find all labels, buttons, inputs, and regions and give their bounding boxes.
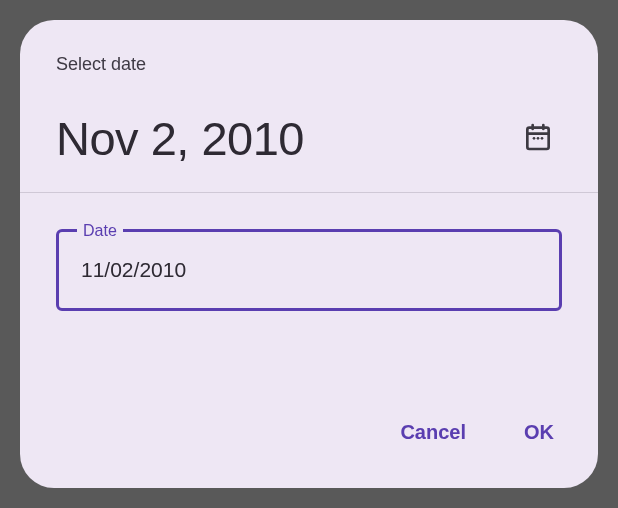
text-field-label: Date <box>77 222 123 240</box>
selected-date-headline: Nov 2, 2010 <box>56 111 304 166</box>
toggle-calendar-button[interactable] <box>514 115 562 163</box>
input-area: Date <box>20 193 598 411</box>
date-text-field: Date <box>56 229 562 311</box>
text-field-outline: Date <box>56 229 562 311</box>
headline-row: Nov 2, 2010 <box>56 111 562 166</box>
dialog-header: Select date Nov 2, 2010 <box>20 20 598 193</box>
calendar-icon <box>522 121 554 157</box>
svg-point-5 <box>537 137 540 140</box>
cancel-button[interactable]: Cancel <box>392 411 474 454</box>
dialog-actions: Cancel OK <box>20 411 598 488</box>
date-input[interactable] <box>81 258 537 282</box>
dialog-title: Select date <box>56 54 562 75</box>
ok-button[interactable]: OK <box>516 411 562 454</box>
svg-point-4 <box>533 137 536 140</box>
date-picker-dialog: Select date Nov 2, 2010 <box>20 20 598 488</box>
svg-point-6 <box>541 137 544 140</box>
